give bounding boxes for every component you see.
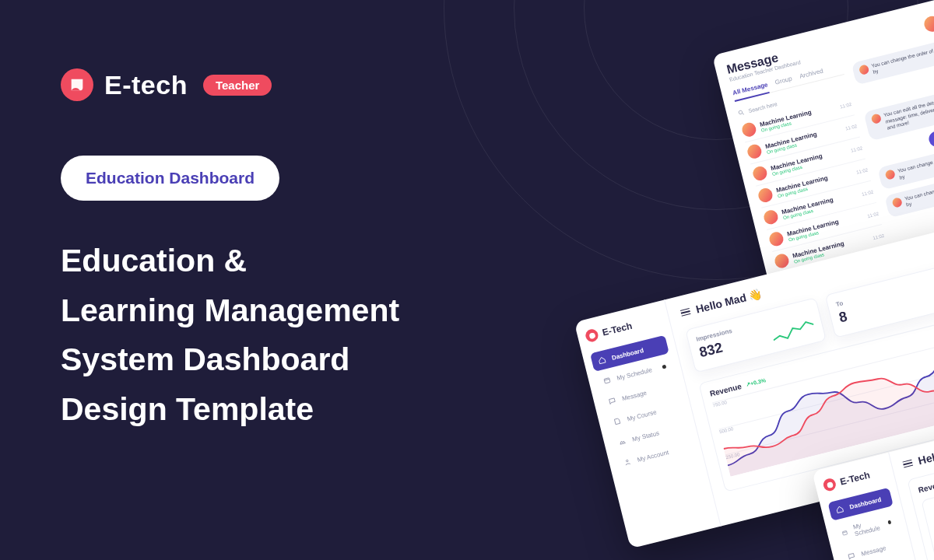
svg-point-0 <box>739 110 743 114</box>
headline-line: Learning Management <box>61 286 399 336</box>
sidebar-brand-name: E-Tech <box>839 470 871 488</box>
sidebar-item-label: Message <box>860 544 887 558</box>
sidebar-icon <box>607 396 616 405</box>
avatar-icon <box>884 169 896 180</box>
sidebar-item-label: Dashboard <box>848 495 882 510</box>
brand-logo-icon <box>822 477 837 492</box>
sidebar-icon <box>618 437 627 446</box>
wave-icon: 👋 <box>747 287 763 303</box>
avatar-icon <box>870 114 882 125</box>
sidebar-icon <box>597 355 606 365</box>
brand-badge: Teacher <box>203 75 272 96</box>
sidebar-icon <box>602 376 612 385</box>
sidebar-brand: E-Tech <box>822 465 886 492</box>
svg-rect-5 <box>842 530 847 535</box>
list-item-time: 11:02 <box>845 124 858 131</box>
brand-logo-icon <box>61 68 93 101</box>
hero-headline: Education & Learning Management System D… <box>61 236 399 434</box>
revenue-bar-chart <box>921 450 934 560</box>
list-item-time: 11:02 <box>840 102 852 109</box>
tab-archived[interactable]: Archived <box>799 68 823 80</box>
brand-logo-icon <box>585 328 599 343</box>
sidebar-brand-name: E-Tech <box>601 320 633 338</box>
sidebar-icon <box>613 417 622 426</box>
revenue-delta: ↗+0.3% <box>745 377 766 388</box>
chat-bubble-incoming: You can change the order of messages by <box>877 141 934 191</box>
revenue-title: Revenue <box>918 478 934 495</box>
sidebar-item-label: My Schedule <box>616 366 653 382</box>
notification-dot-icon <box>662 364 666 369</box>
sidebar-item-label: My Schedule <box>852 517 883 537</box>
sidebar-item-label: My Status <box>631 429 660 443</box>
brand-row: E-tech Teacher <box>61 68 399 101</box>
avatar-icon <box>746 143 763 160</box>
tab-group[interactable]: Group <box>774 75 793 86</box>
headline-line: System Dashboard <box>61 335 399 385</box>
brand-name: E-tech <box>104 70 188 100</box>
avatar-icon <box>922 15 934 33</box>
sidebar-item-label: My Account <box>637 449 669 464</box>
current-user[interactable]: Emma Dall <box>922 5 934 33</box>
avatar-icon <box>891 197 903 208</box>
headline-line: Design Template <box>61 385 399 435</box>
svg-point-1 <box>588 332 595 339</box>
list-item-time: 11:02 <box>862 190 874 197</box>
svg-rect-2 <box>604 378 610 383</box>
list-item-time: 11:02 <box>867 212 880 219</box>
sidebar-icon <box>841 528 848 537</box>
chat-bubble-incoming: You can edit all the details of a messag… <box>863 85 934 141</box>
sidebar-item-label: Dashboard <box>611 347 644 362</box>
svg-point-3 <box>626 460 628 462</box>
avatar-icon <box>858 64 869 75</box>
avatar-icon <box>757 187 774 204</box>
sidebar-icon <box>835 505 844 514</box>
sidebar-icon <box>847 551 856 560</box>
avatar-icon <box>751 165 768 182</box>
avatar-icon <box>768 230 785 247</box>
sidebar-icon <box>623 457 632 467</box>
sidebar-item-label: My Course <box>627 408 658 422</box>
menu-icon[interactable] <box>902 459 913 467</box>
headline-line: Education & <box>61 236 399 286</box>
svg-point-4 <box>826 481 833 488</box>
list-item-time: 11:02 <box>856 167 869 174</box>
list-item-time: 11:02 <box>873 233 885 240</box>
search-icon <box>737 108 746 117</box>
greeting: Hello Mad 👋 <box>694 287 763 316</box>
avatar-icon <box>763 208 780 226</box>
avatar-icon <box>740 121 757 138</box>
avatar-icon <box>774 253 791 270</box>
menu-icon[interactable] <box>680 308 691 317</box>
sidebar-item-label: Message <box>621 389 648 402</box>
category-pill: Education Dashboard <box>61 156 279 201</box>
notification-dot-icon <box>887 520 891 524</box>
list-item-time: 11:02 <box>851 145 863 152</box>
